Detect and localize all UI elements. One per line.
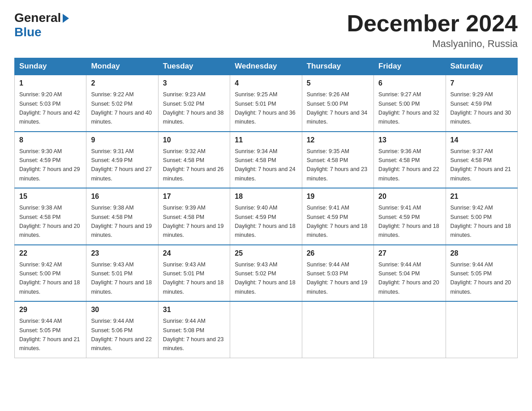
- day-number: 22: [19, 248, 82, 259]
- day-cell: 6 Sunrise: 9:27 AMSunset: 5:00 PMDayligh…: [374, 75, 446, 132]
- day-number: 17: [163, 191, 225, 202]
- day-cell: 18 Sunrise: 9:40 AMSunset: 4:59 PMDaylig…: [230, 188, 302, 245]
- days-header-row: SundayMondayTuesdayWednesdayThursdayFrid…: [15, 58, 518, 75]
- day-info: Sunrise: 9:38 AMSunset: 4:58 PMDaylight:…: [19, 205, 80, 238]
- day-info: Sunrise: 9:44 AMSunset: 5:05 PMDaylight:…: [19, 318, 80, 351]
- day-info: Sunrise: 9:27 AMSunset: 5:00 PMDaylight:…: [378, 91, 439, 125]
- header-wednesday: Wednesday: [230, 58, 302, 75]
- day-number: 1: [19, 78, 82, 89]
- day-info: Sunrise: 9:20 AMSunset: 5:03 PMDaylight:…: [19, 91, 80, 125]
- day-number: 26: [307, 248, 369, 259]
- day-info: Sunrise: 9:25 AMSunset: 5:01 PMDaylight:…: [235, 91, 296, 125]
- day-info: Sunrise: 9:44 AMSunset: 5:04 PMDaylight:…: [378, 261, 439, 295]
- day-number: 4: [235, 78, 297, 89]
- day-number: 14: [450, 135, 513, 146]
- day-cell: 1 Sunrise: 9:20 AMSunset: 5:03 PMDayligh…: [15, 75, 86, 132]
- day-number: 5: [307, 78, 369, 89]
- day-number: 18: [235, 191, 297, 202]
- day-cell: 4 Sunrise: 9:25 AMSunset: 5:01 PMDayligh…: [230, 75, 302, 132]
- day-info: Sunrise: 9:36 AMSunset: 4:58 PMDaylight:…: [378, 148, 439, 182]
- day-info: Sunrise: 9:43 AMSunset: 5:02 PMDaylight:…: [235, 261, 296, 295]
- day-cell: 21 Sunrise: 9:42 AMSunset: 5:00 PMDaylig…: [446, 188, 517, 245]
- day-cell: 30 Sunrise: 9:44 AMSunset: 5:06 PMDaylig…: [86, 301, 158, 358]
- day-number: 7: [450, 78, 513, 89]
- week-row-3: 15 Sunrise: 9:38 AMSunset: 4:58 PMDaylig…: [15, 188, 518, 245]
- header-saturday: Saturday: [446, 58, 517, 75]
- day-info: Sunrise: 9:44 AMSunset: 5:08 PMDaylight:…: [163, 318, 224, 351]
- day-number: 13: [378, 135, 441, 146]
- day-info: Sunrise: 9:22 AMSunset: 5:02 PMDaylight:…: [91, 91, 152, 125]
- day-number: 23: [91, 248, 153, 259]
- day-info: Sunrise: 9:41 AMSunset: 4:59 PMDaylight:…: [378, 205, 439, 238]
- day-info: Sunrise: 9:42 AMSunset: 5:00 PMDaylight:…: [450, 205, 511, 238]
- day-number: 29: [19, 304, 82, 315]
- day-cell: 13 Sunrise: 9:36 AMSunset: 4:58 PMDaylig…: [374, 132, 446, 188]
- day-number: 16: [91, 191, 153, 202]
- header-monday: Monday: [86, 58, 158, 75]
- calendar-table: SundayMondayTuesdayWednesdayThursdayFrid…: [14, 58, 518, 358]
- day-info: Sunrise: 9:30 AMSunset: 4:59 PMDaylight:…: [19, 148, 80, 182]
- day-cell: 19 Sunrise: 9:41 AMSunset: 4:59 PMDaylig…: [302, 188, 373, 245]
- logo-general-text: General: [14, 11, 61, 25]
- day-number: 6: [378, 78, 441, 89]
- day-number: 15: [19, 191, 82, 202]
- day-cell: 11 Sunrise: 9:34 AMSunset: 4:58 PMDaylig…: [230, 132, 302, 188]
- header-thursday: Thursday: [302, 58, 373, 75]
- day-info: Sunrise: 9:44 AMSunset: 5:03 PMDaylight:…: [307, 261, 368, 295]
- day-number: 11: [235, 135, 297, 146]
- day-info: Sunrise: 9:23 AMSunset: 5:02 PMDaylight:…: [163, 91, 224, 125]
- day-number: 9: [91, 135, 153, 146]
- logo-blue-text: Blue: [14, 25, 42, 39]
- day-info: Sunrise: 9:35 AMSunset: 4:58 PMDaylight:…: [307, 148, 368, 182]
- day-info: Sunrise: 9:32 AMSunset: 4:58 PMDaylight:…: [163, 148, 224, 182]
- day-info: Sunrise: 9:29 AMSunset: 4:59 PMDaylight:…: [450, 91, 511, 125]
- day-cell: 17 Sunrise: 9:39 AMSunset: 4:58 PMDaylig…: [158, 188, 230, 245]
- day-cell: 10 Sunrise: 9:32 AMSunset: 4:58 PMDaylig…: [158, 132, 230, 188]
- day-number: 24: [163, 248, 225, 259]
- day-cell: 27 Sunrise: 9:44 AMSunset: 5:04 PMDaylig…: [374, 245, 446, 302]
- day-info: Sunrise: 9:37 AMSunset: 4:58 PMDaylight:…: [450, 148, 511, 182]
- day-cell: 7 Sunrise: 9:29 AMSunset: 4:59 PMDayligh…: [446, 75, 517, 132]
- day-cell: 25 Sunrise: 9:43 AMSunset: 5:02 PMDaylig…: [230, 245, 302, 302]
- day-info: Sunrise: 9:40 AMSunset: 4:59 PMDaylight:…: [235, 205, 296, 238]
- location-title: Maslyanino, Russia: [347, 38, 518, 50]
- day-cell: 20 Sunrise: 9:41 AMSunset: 4:59 PMDaylig…: [374, 188, 446, 245]
- header-sunday: Sunday: [15, 58, 86, 75]
- week-row-2: 8 Sunrise: 9:30 AMSunset: 4:59 PMDayligh…: [15, 132, 518, 188]
- day-info: Sunrise: 9:31 AMSunset: 4:59 PMDaylight:…: [91, 148, 152, 182]
- day-info: Sunrise: 9:44 AMSunset: 5:06 PMDaylight:…: [91, 318, 152, 351]
- header-tuesday: Tuesday: [158, 58, 230, 75]
- day-info: Sunrise: 9:43 AMSunset: 5:01 PMDaylight:…: [163, 261, 224, 295]
- header-friday: Friday: [374, 58, 446, 75]
- day-cell: [230, 301, 302, 358]
- day-info: Sunrise: 9:26 AMSunset: 5:00 PMDaylight:…: [307, 91, 368, 125]
- day-number: 8: [19, 135, 82, 146]
- day-number: 31: [163, 304, 225, 315]
- day-cell: 12 Sunrise: 9:35 AMSunset: 4:58 PMDaylig…: [302, 132, 373, 188]
- day-cell: 24 Sunrise: 9:43 AMSunset: 5:01 PMDaylig…: [158, 245, 230, 302]
- logo: General Blue: [14, 11, 69, 39]
- day-info: Sunrise: 9:34 AMSunset: 4:58 PMDaylight:…: [235, 148, 296, 182]
- day-cell: 29 Sunrise: 9:44 AMSunset: 5:05 PMDaylig…: [15, 301, 86, 358]
- day-number: 12: [307, 135, 369, 146]
- title-area: December 2024 Maslyanino, Russia: [347, 11, 518, 50]
- day-cell: [302, 301, 373, 358]
- page-header: General Blue December 2024 Maslyanino, R…: [14, 11, 518, 50]
- day-number: 30: [91, 304, 153, 315]
- day-info: Sunrise: 9:38 AMSunset: 4:58 PMDaylight:…: [91, 205, 152, 238]
- day-cell: 14 Sunrise: 9:37 AMSunset: 4:58 PMDaylig…: [446, 132, 517, 188]
- day-cell: 3 Sunrise: 9:23 AMSunset: 5:02 PMDayligh…: [158, 75, 230, 132]
- day-cell: 9 Sunrise: 9:31 AMSunset: 4:59 PMDayligh…: [86, 132, 158, 188]
- day-cell: 28 Sunrise: 9:44 AMSunset: 5:05 PMDaylig…: [446, 245, 517, 302]
- week-row-1: 1 Sunrise: 9:20 AMSunset: 5:03 PMDayligh…: [15, 75, 518, 132]
- logo-arrow-icon: [63, 14, 69, 23]
- day-cell: 15 Sunrise: 9:38 AMSunset: 4:58 PMDaylig…: [15, 188, 86, 245]
- day-number: 25: [235, 248, 297, 259]
- day-number: 2: [91, 78, 153, 89]
- day-cell: 2 Sunrise: 9:22 AMSunset: 5:02 PMDayligh…: [86, 75, 158, 132]
- day-number: 27: [378, 248, 441, 259]
- day-number: 3: [163, 78, 225, 89]
- week-row-4: 22 Sunrise: 9:42 AMSunset: 5:00 PMDaylig…: [15, 245, 518, 302]
- day-cell: 5 Sunrise: 9:26 AMSunset: 5:00 PMDayligh…: [302, 75, 373, 132]
- month-title: December 2024: [347, 11, 518, 36]
